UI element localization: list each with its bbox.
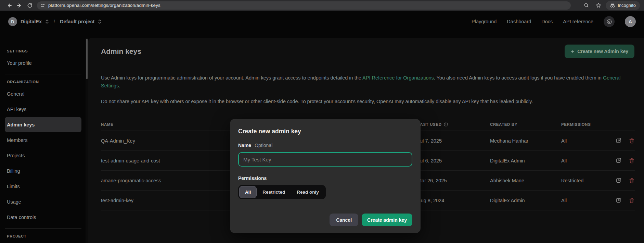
sidebar-item-data-controls[interactable]: Data controls xyxy=(5,209,81,225)
address-bar[interactable]: platform.openai.com/settings/organizatio… xyxy=(37,1,571,10)
key-last-used: Jul 7, 2025 xyxy=(417,138,490,144)
edit-key-button[interactable] xyxy=(615,157,622,164)
zoom-icon[interactable] xyxy=(581,1,591,10)
nav-playground[interactable]: Playground xyxy=(472,19,497,24)
incognito-badge: Incognito xyxy=(606,1,640,10)
org-avatar: D xyxy=(8,17,17,26)
col-header-last-used: LAST USED xyxy=(417,122,490,126)
optional-label: Optional xyxy=(255,143,272,148)
key-created-by: DigitalEx Admin xyxy=(490,198,561,203)
info-icon[interactable] xyxy=(444,122,448,126)
description-text: Use Admin keys for programmatic administ… xyxy=(101,75,362,81)
key-created-by: Medhana Harihar xyxy=(490,138,561,144)
key-permissions: All xyxy=(561,198,611,203)
description-text: . xyxy=(119,83,120,88)
settings-gear-button[interactable] xyxy=(604,16,615,27)
nav-docs[interactable]: Docs xyxy=(541,19,553,24)
sidebar-item-billing[interactable]: Billing xyxy=(5,163,81,179)
sidebar-section-settings: SETTINGS xyxy=(5,47,81,55)
gear-icon xyxy=(606,19,612,25)
permission-option-all[interactable]: All xyxy=(239,186,257,198)
api-reference-link[interactable]: API Reference for Organizations xyxy=(362,75,434,81)
sidebar-item-members[interactable]: Members xyxy=(5,132,81,148)
trash-icon xyxy=(629,158,635,164)
content-scrollbar[interactable] xyxy=(86,38,88,243)
description-text: . You also need Admin keys to access aud… xyxy=(434,75,603,81)
key-permissions: Restricted xyxy=(561,178,611,183)
forward-icon[interactable] xyxy=(14,1,25,10)
name-field-label: Name xyxy=(238,143,251,148)
sidebar-section-project: PROJECT xyxy=(5,232,81,240)
nav-dashboard[interactable]: Dashboard xyxy=(507,19,531,24)
cancel-button[interactable]: Cancel xyxy=(330,214,358,226)
project-switcher-chevron-icon[interactable] xyxy=(98,19,102,24)
permissions-label: Permissions xyxy=(238,175,267,181)
sidebar-section-organization: ORGANIZATION xyxy=(5,78,81,86)
key-last-used: Mar 26, 2025 xyxy=(417,178,490,183)
key-created-by: Abhishek Mane xyxy=(490,178,561,183)
sidebar-divider xyxy=(5,228,81,229)
edit-icon xyxy=(615,137,622,144)
sidebar-item-api-keys[interactable]: API keys xyxy=(5,101,81,117)
plus-icon: + xyxy=(571,49,574,54)
security-warning-text: Do not share your API key with others or… xyxy=(101,98,634,106)
col-header-created-by: CREATED BY xyxy=(490,122,561,126)
admin-key-name-input[interactable] xyxy=(238,152,412,167)
description-paragraph: Use Admin keys for programmatic administ… xyxy=(101,74,634,90)
create-new-admin-key-label: Create new Admin key xyxy=(577,49,628,54)
incognito-icon xyxy=(610,3,615,8)
edit-icon xyxy=(615,177,622,184)
scrollbar-thumb[interactable] xyxy=(86,39,88,79)
permissions-segmented-control: All Restricted Read only xyxy=(238,185,326,199)
breadcrumb: D DigitalEx / Default project xyxy=(8,17,102,26)
org-switcher-chevron-icon[interactable] xyxy=(45,19,49,24)
key-permissions: All xyxy=(561,158,611,163)
site-settings-icon[interactable] xyxy=(40,3,45,8)
project-name[interactable]: Default project xyxy=(60,19,95,24)
key-created-by: DigitalEx Admin xyxy=(490,158,561,163)
sidebar-item-usage[interactable]: Usage xyxy=(5,194,81,209)
sidebar-divider xyxy=(5,74,81,74)
bookmark-star-icon[interactable] xyxy=(593,1,604,10)
reload-icon[interactable] xyxy=(25,1,35,10)
key-last-used: Jul 6, 2025 xyxy=(417,158,490,163)
key-last-used: Aug 8, 2024 xyxy=(417,198,490,203)
edit-icon xyxy=(615,197,622,204)
user-avatar[interactable]: A xyxy=(625,16,636,27)
sidebar-item-limits[interactable]: Limits xyxy=(5,179,81,194)
trash-icon xyxy=(629,138,635,144)
trash-icon xyxy=(629,197,635,204)
url-text: platform.openai.com/settings/organizatio… xyxy=(48,3,160,8)
delete-key-button[interactable] xyxy=(629,197,635,204)
permission-option-read-only[interactable]: Read only xyxy=(291,186,325,198)
delete-key-button[interactable] xyxy=(629,178,635,184)
page-title: Admin keys xyxy=(101,47,141,56)
incognito-label: Incognito xyxy=(618,3,636,8)
edit-key-button[interactable] xyxy=(615,137,622,144)
sidebar-item-admin-keys[interactable]: Admin keys xyxy=(5,117,81,132)
col-header-permissions: PERMISSIONS xyxy=(561,122,611,126)
trash-icon xyxy=(629,178,635,184)
nav-api-reference[interactable]: API reference xyxy=(563,19,593,24)
col-header-last-used-label: LAST USED xyxy=(417,122,442,126)
settings-sidebar: SETTINGS Your profile ORGANIZATION Gener… xyxy=(0,33,86,243)
delete-key-button[interactable] xyxy=(629,158,635,164)
edit-key-button[interactable] xyxy=(615,177,622,184)
sidebar-item-projects[interactable]: Projects xyxy=(5,148,81,163)
permission-option-restricted[interactable]: Restricted xyxy=(257,186,291,198)
modal-title: Create new admin key xyxy=(238,128,412,135)
edit-icon xyxy=(615,157,622,164)
key-permissions: All xyxy=(561,138,611,144)
sidebar-item-general[interactable]: General xyxy=(5,86,81,101)
org-name[interactable]: DigitalEx xyxy=(21,19,42,24)
sidebar-item-your-profile[interactable]: Your profile xyxy=(5,55,81,71)
back-icon[interactable] xyxy=(4,1,14,10)
delete-key-button[interactable] xyxy=(629,138,635,144)
create-new-admin-key-button[interactable]: + Create new Admin key xyxy=(565,45,634,58)
description: Use Admin keys for programmatic administ… xyxy=(88,58,644,106)
app-header: D DigitalEx / Default project Playground… xyxy=(0,11,644,33)
browser-toolbar: platform.openai.com/settings/organizatio… xyxy=(0,0,644,11)
create-admin-key-modal: Create new admin key Name Optional Permi… xyxy=(230,119,421,233)
create-admin-key-submit-button[interactable]: Create admin key xyxy=(362,214,412,226)
edit-key-button[interactable] xyxy=(615,197,622,204)
